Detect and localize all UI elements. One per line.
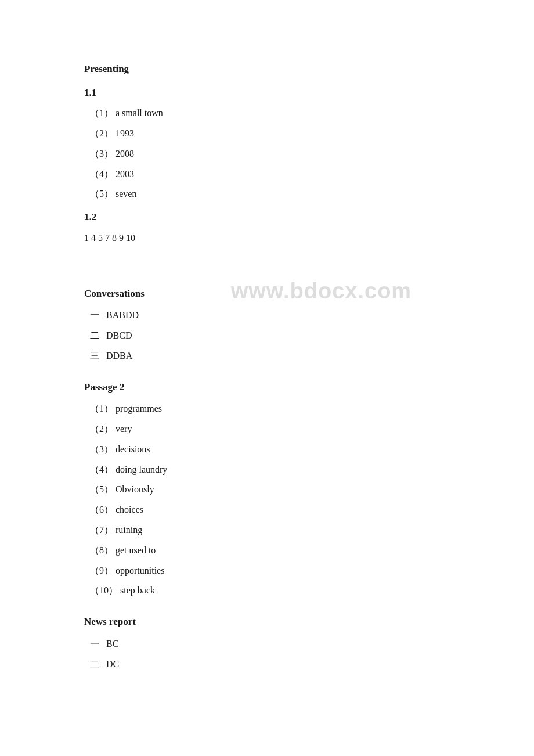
passage2-section: Passage 2 （1） programmes （2） very （3） de… bbox=[84, 379, 450, 600]
p2-text: opportunities bbox=[116, 566, 164, 575]
presenting-title: Presenting bbox=[84, 60, 450, 78]
sub2-label: 1.2 bbox=[84, 208, 450, 226]
p2-item-3: （3） decisions bbox=[84, 441, 450, 458]
presenting-item-3: （3） 2008 bbox=[84, 146, 450, 163]
p2-num: （3） bbox=[90, 444, 113, 454]
conv-text: DDBA bbox=[106, 351, 132, 361]
p2-text: doing laundry bbox=[116, 465, 167, 474]
item-text: a small town bbox=[116, 108, 163, 118]
presenting-section: Presenting 1.1 （1） a small town （2） 1993… bbox=[84, 60, 450, 247]
sub1-label: 1.1 bbox=[84, 84, 450, 102]
p2-item-1: （1） programmes bbox=[84, 401, 450, 417]
p2-item-6: （6） choices bbox=[84, 502, 450, 519]
conv-num: 三 bbox=[90, 351, 99, 361]
item-num: （2） bbox=[90, 128, 113, 138]
p2-num: （1） bbox=[90, 404, 113, 413]
conv-text: BABDD bbox=[106, 310, 139, 320]
p2-text: very bbox=[116, 424, 132, 434]
item-num: （4） bbox=[90, 169, 113, 179]
nr-text: DC bbox=[106, 659, 119, 669]
nr-num: 一 bbox=[90, 639, 99, 649]
p2-text: get used to bbox=[116, 545, 156, 555]
p2-num: （10） bbox=[90, 585, 118, 595]
nr-item-2: 二 DC bbox=[84, 656, 450, 673]
p2-text: choices bbox=[116, 505, 143, 514]
presenting-item-2: （2） 1993 bbox=[84, 125, 450, 142]
p2-item-5: （5） Obviously bbox=[84, 481, 450, 498]
p2-item-8: （8） get used to bbox=[84, 542, 450, 559]
conv-num: 二 bbox=[90, 330, 99, 340]
p2-num: （2） bbox=[90, 424, 113, 434]
p2-num: （5） bbox=[90, 484, 113, 494]
nr-item-1: 一 BC bbox=[84, 636, 450, 653]
p2-item-7: （7） ruining bbox=[84, 522, 450, 539]
passage2-title: Passage 2 bbox=[84, 379, 450, 397]
p2-item-10: （10） step back bbox=[84, 582, 450, 599]
p2-num: （6） bbox=[90, 505, 113, 514]
p2-text: step back bbox=[120, 585, 155, 595]
nr-num: 二 bbox=[90, 659, 99, 669]
conv-item-3: 三 DDBA bbox=[84, 348, 450, 365]
p2-text: programmes bbox=[116, 404, 162, 413]
p2-text: decisions bbox=[116, 444, 150, 454]
page-content: Presenting 1.1 （1） a small town （2） 1993… bbox=[0, 0, 534, 722]
conv-item-1: 一 BABDD bbox=[84, 307, 450, 324]
p2-num: （4） bbox=[90, 465, 113, 474]
item-num: （5） bbox=[90, 189, 113, 199]
item-text: 2003 bbox=[116, 169, 134, 179]
p2-num: （9） bbox=[90, 566, 113, 575]
conversations-section: Conversations 一 BABDD 二 DBCD 三 DDBA bbox=[84, 285, 450, 365]
conversations-title: Conversations bbox=[84, 285, 450, 303]
p2-item-9: （9） opportunities bbox=[84, 563, 450, 579]
presenting-item-1: （1） a small town bbox=[84, 105, 450, 122]
newsreport-title: News report bbox=[84, 613, 450, 631]
newsreport-section: News report 一 BC 二 DC bbox=[84, 613, 450, 672]
sub2-row: 1 4 5 7 8 9 10 bbox=[84, 230, 450, 247]
p2-item-4: （4） doing laundry bbox=[84, 462, 450, 478]
item-text: 1993 bbox=[116, 128, 134, 138]
conv-item-2: 二 DBCD bbox=[84, 327, 450, 344]
item-text: 2008 bbox=[116, 149, 134, 159]
p2-item-2: （2） very bbox=[84, 421, 450, 438]
item-text: seven bbox=[116, 189, 136, 199]
item-num: （3） bbox=[90, 149, 113, 159]
presenting-item-5: （5） seven bbox=[84, 186, 450, 203]
p2-text: ruining bbox=[116, 525, 142, 535]
presenting-item-4: （4） 2003 bbox=[84, 166, 450, 183]
conv-num: 一 bbox=[90, 310, 99, 320]
p2-text: Obviously bbox=[116, 484, 154, 494]
p2-num: （8） bbox=[90, 545, 113, 555]
p2-num: （7） bbox=[90, 525, 113, 535]
item-num: （1） bbox=[90, 108, 113, 118]
nr-text: BC bbox=[106, 639, 118, 649]
conv-text: DBCD bbox=[106, 330, 132, 340]
